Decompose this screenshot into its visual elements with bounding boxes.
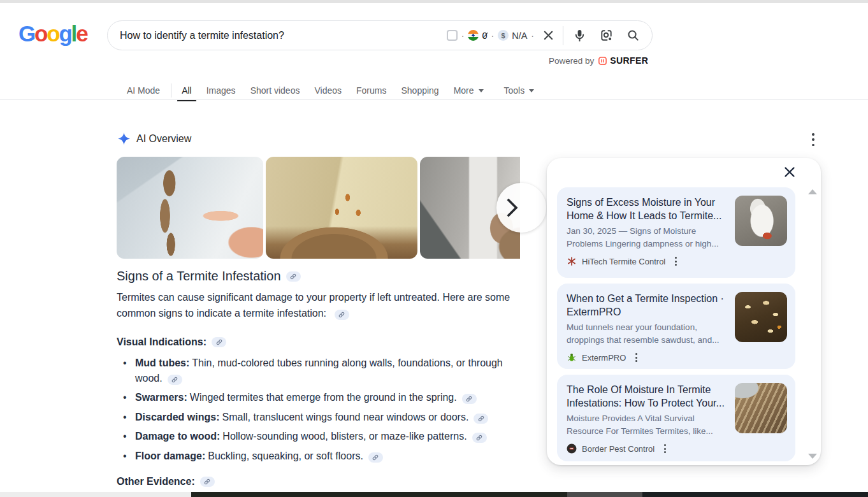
close-panel-icon[interactable] bbox=[783, 166, 796, 178]
ai-overview-header: AI Overview bbox=[117, 132, 191, 145]
intro-paragraph: Termites can cause significant damage to… bbox=[117, 290, 528, 321]
list-item: Floor damage:Buckling, squeaking, or sof… bbox=[117, 449, 531, 464]
voice-search-icon[interactable] bbox=[572, 28, 587, 43]
tab-videos[interactable]: Videos bbox=[314, 85, 342, 96]
card-thumbnail bbox=[735, 383, 787, 433]
tab-ai-mode[interactable]: AI Mode bbox=[127, 85, 160, 96]
card-source-name: Border Pest Control bbox=[582, 444, 655, 454]
powered-by-surfer: Powered by SURFER bbox=[549, 55, 648, 66]
bullet-label: Floor damage: bbox=[135, 450, 205, 461]
logo-letter: o bbox=[47, 21, 59, 47]
chevron-down-icon bbox=[479, 89, 484, 92]
cutoff-content-strip bbox=[0, 492, 191, 497]
tab-more-label: More bbox=[454, 85, 474, 96]
list-item: Discarded wings:Small, translucent wings… bbox=[117, 410, 531, 425]
image-strip bbox=[117, 157, 520, 259]
seo-extension-widget: · 0 · $ N/A · bbox=[447, 26, 640, 45]
clear-search-icon[interactable] bbox=[542, 29, 554, 41]
google-logo[interactable]: Google bbox=[18, 21, 87, 47]
tab-tools[interactable]: Tools bbox=[504, 85, 535, 96]
tab-forums[interactable]: Forums bbox=[356, 85, 386, 96]
header-divider bbox=[0, 99, 868, 100]
card-title[interactable]: Signs of Excess Moisture in Your Home & … bbox=[567, 196, 728, 222]
card-snippet: Mud tunnels near your foundation, droppi… bbox=[567, 321, 728, 347]
link-icon bbox=[216, 339, 222, 345]
citation-link-chip[interactable] bbox=[335, 310, 349, 320]
search-input[interactable]: How to identify a termite infestation? bbox=[120, 30, 284, 41]
tab-more[interactable]: More bbox=[454, 85, 484, 96]
link-icon bbox=[466, 396, 472, 402]
powered-by-label: Powered by bbox=[549, 56, 594, 66]
list-item: Swarmers:Winged termites that emerge fro… bbox=[117, 390, 531, 405]
citation-card[interactable]: The Role Of Moisture In Termite Infestat… bbox=[557, 375, 795, 461]
bullet-label: Mud tubes: bbox=[135, 357, 189, 368]
card-menu-icon[interactable] bbox=[635, 353, 637, 362]
bullet-label: Swarmers: bbox=[135, 392, 187, 403]
ai-image-carousel bbox=[117, 157, 520, 259]
country-flag-icon[interactable] bbox=[468, 30, 479, 41]
tab-images[interactable]: Images bbox=[206, 85, 236, 96]
search-bar[interactable]: How to identify a termite infestation? ·… bbox=[107, 20, 653, 50]
termites-wall-corner-image[interactable] bbox=[266, 157, 417, 259]
hitech-favicon bbox=[567, 256, 577, 266]
logo-letter: l bbox=[71, 21, 76, 47]
tab-all[interactable]: All bbox=[182, 85, 192, 96]
signs-bullet-list: Mud tubes:Thin, mud-colored tubes runnin… bbox=[117, 356, 531, 468]
citation-link-chip[interactable] bbox=[212, 337, 226, 347]
heading-text: Visual Indications: bbox=[117, 336, 206, 348]
search-divider bbox=[563, 26, 563, 45]
logo-letter: G bbox=[18, 21, 34, 47]
browser-edge-strip bbox=[0, 0, 868, 3]
cutoff-content-strip bbox=[191, 492, 567, 497]
ai-overview-label: AI Overview bbox=[136, 133, 191, 145]
cpc-dollar-icon: $ bbox=[498, 30, 509, 41]
link-icon bbox=[204, 479, 210, 485]
dot-separator: · bbox=[531, 31, 534, 41]
nav-divider bbox=[171, 83, 171, 97]
chevron-down-icon bbox=[529, 89, 534, 92]
bullet-text: Hollow-sounding wood, blisters, or maze-… bbox=[222, 431, 467, 442]
card-title[interactable]: When to Get a Termite Inspection · Exter… bbox=[567, 292, 728, 319]
tab-short-videos[interactable]: Short videos bbox=[250, 85, 300, 96]
card-thumbnail bbox=[735, 292, 787, 342]
card-title[interactable]: The Role Of Moisture In Termite Infestat… bbox=[567, 383, 728, 410]
citation-link-chip[interactable] bbox=[368, 452, 383, 463]
citation-link-chip[interactable] bbox=[200, 477, 215, 487]
bullet-text: Thin, mud-colored tubes running along wa… bbox=[135, 357, 503, 384]
citation-link-chip[interactable] bbox=[472, 433, 487, 443]
ai-overview-menu-icon[interactable] bbox=[809, 133, 818, 146]
google-lens-icon[interactable] bbox=[599, 28, 614, 43]
citations-panel: Signs of Excess Moisture in Your Home & … bbox=[547, 158, 821, 465]
card-menu-icon[interactable] bbox=[664, 444, 666, 453]
card-menu-icon[interactable] bbox=[675, 257, 677, 266]
citation-link-chip[interactable] bbox=[474, 414, 488, 424]
citation-card[interactable]: When to Get a Termite Inspection · Exter… bbox=[557, 284, 795, 369]
citation-link-chip[interactable] bbox=[462, 394, 477, 404]
termite-mud-tube-image[interactable] bbox=[117, 157, 263, 259]
panel-scroll-up-icon[interactable] bbox=[808, 189, 817, 194]
carousel-next-button[interactable] bbox=[496, 183, 546, 233]
card-snippet: Moisture Provides A Vital Survival Resou… bbox=[567, 412, 728, 438]
card-snippet: Jan 30, 2025 — Signs of Moisture Problem… bbox=[567, 225, 728, 250]
card-source-row: Border Pest Control bbox=[567, 443, 786, 454]
search-icon[interactable] bbox=[626, 28, 640, 43]
heading-text: Signs of a Termite Infestation bbox=[117, 269, 281, 284]
cutoff-content-strip bbox=[567, 492, 642, 497]
card-source-name: ExtermPRO bbox=[582, 353, 626, 363]
heading-text: Other Evidence: bbox=[117, 476, 195, 487]
surfer-logo-icon bbox=[598, 56, 607, 66]
card-thumbnail bbox=[735, 196, 787, 246]
citation-link-chip[interactable] bbox=[286, 271, 301, 282]
citation-card[interactable]: Signs of Excess Moisture in Your Home & … bbox=[557, 187, 795, 278]
card-source-row: ExtermPRO bbox=[567, 352, 786, 363]
link-icon bbox=[338, 312, 345, 318]
logo-letter: g bbox=[59, 21, 71, 47]
tab-tools-label: Tools bbox=[504, 85, 525, 96]
tab-shopping[interactable]: Shopping bbox=[401, 85, 438, 96]
link-icon bbox=[478, 415, 484, 422]
list-item: Damage to wood:Hollow-sounding wood, bli… bbox=[117, 429, 531, 444]
extension-checkbox[interactable] bbox=[447, 30, 458, 41]
panel-scroll-down-icon[interactable] bbox=[808, 454, 817, 459]
citation-link-chip[interactable] bbox=[168, 375, 182, 385]
link-icon bbox=[476, 435, 482, 441]
